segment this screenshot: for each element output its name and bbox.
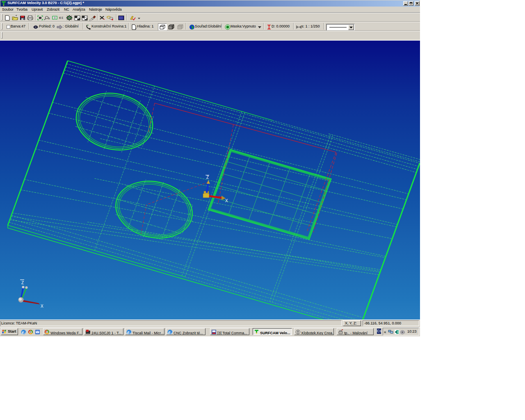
svg-text:a: a bbox=[48, 17, 50, 20]
svg-text:Z: Z bbox=[206, 175, 209, 180]
svg-text:X: X bbox=[41, 304, 43, 308]
svg-text:ЮI: ЮI bbox=[59, 16, 64, 20]
svg-text:D: D bbox=[397, 331, 399, 333]
svg-text:Z: Z bbox=[21, 281, 24, 285]
svg-text:X: X bbox=[225, 199, 228, 203]
